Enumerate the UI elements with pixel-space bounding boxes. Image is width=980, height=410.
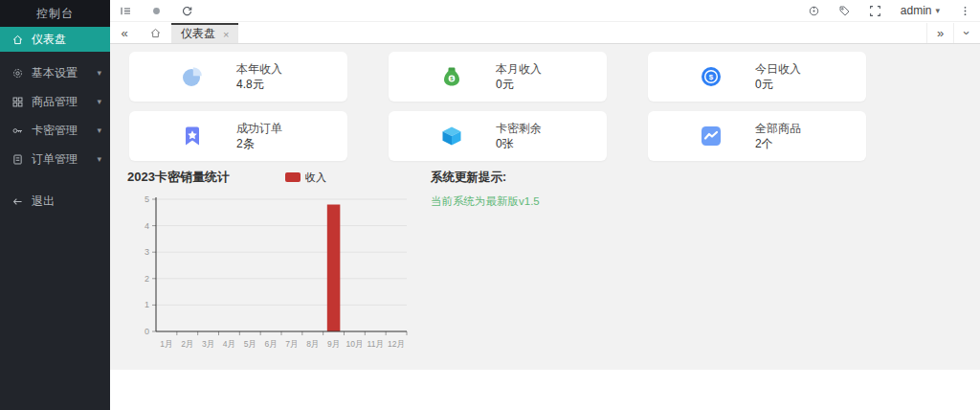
- svg-text:1月: 1月: [160, 339, 172, 349]
- sidebar-item-label: 卡密管理: [32, 123, 78, 139]
- tab-operations-button[interactable]: ›: [953, 23, 980, 43]
- legend-label: 收入: [305, 171, 326, 185]
- sidebar-item-label: 仪表盘: [32, 32, 66, 48]
- sidebar-menu: 仪表盘 基本设置 ▾ 商品管理 ▾ 卡密管理 ▾ 订单管理 ▾: [0, 27, 110, 216]
- svg-text:2月: 2月: [181, 339, 193, 349]
- coin-icon: $: [700, 65, 723, 88]
- grid-icon: [11, 96, 24, 108]
- stat-title: 成功订单: [236, 121, 296, 136]
- stat-value: 4.8元: [236, 77, 296, 92]
- svg-text:$: $: [709, 73, 714, 81]
- svg-text:3月: 3月: [202, 339, 214, 349]
- system-notice: 系统更新提示: 当前系统为最新版v1.5: [431, 169, 540, 360]
- lower-section: 2023卡密销量统计 收入 0123451月2月3月4月5月6月7月8月9月10…: [110, 169, 980, 360]
- chevron-double-left-icon: «: [121, 26, 127, 40]
- svg-text:7月: 7月: [285, 339, 298, 349]
- stat-card-year-income: 本年收入 4.8元: [129, 52, 347, 102]
- chart-legend[interactable]: 收入: [285, 171, 326, 185]
- stat-card-month-income: $ 本月收入 0元: [389, 52, 607, 102]
- tab-bar: « 仪表盘 × » ›: [110, 23, 980, 44]
- arrow-left-icon: [11, 195, 24, 208]
- stat-value: 2条: [236, 136, 296, 151]
- fullscreen-button[interactable]: [860, 0, 891, 22]
- home-icon: [149, 27, 162, 39]
- chart-title: 2023卡密销量统计: [127, 169, 230, 186]
- svg-text:2: 2: [145, 274, 149, 284]
- sidebar-item-label: 基本设置: [32, 65, 78, 81]
- chevron-down-icon: ›: [960, 31, 974, 34]
- main-content: 本年收入 4.8元 $ 本月收入 0元 $ 今日收入 0: [110, 44, 980, 410]
- svg-text:0: 0: [145, 327, 149, 336]
- stat-value: 0元: [496, 77, 555, 92]
- caret-down-icon: ▾: [97, 68, 101, 78]
- tab-bar-controls: » ›: [926, 23, 980, 43]
- sidebar-item-product-management[interactable]: 商品管理 ▾: [0, 87, 110, 116]
- trend-chart-icon: [700, 125, 723, 148]
- sidebar-item-card-key-management[interactable]: 卡密管理 ▾: [0, 116, 110, 145]
- sales-bar-chart: 0123451月2月3月4月5月6月7月8月9月10月11月12月: [127, 190, 414, 360]
- header-toolbar: admin ▾: [110, 0, 980, 22]
- caret-down-icon: ▾: [935, 6, 940, 15]
- tab-dashboard[interactable]: 仪表盘 ×: [171, 23, 238, 43]
- svg-text:6月: 6月: [264, 339, 277, 349]
- stat-title: 全部商品: [755, 121, 814, 136]
- svg-text:1: 1: [145, 300, 149, 309]
- notice-title: 系统更新提示:: [431, 170, 540, 186]
- stat-title: 本年收入: [236, 61, 296, 77]
- username: admin: [901, 4, 932, 17]
- collapse-menu-button[interactable]: [110, 0, 141, 22]
- more-vertical-icon: [959, 5, 971, 17]
- refresh-icon: [181, 5, 193, 17]
- sidebar-item-label: 退出: [32, 194, 55, 210]
- sales-chart-section: 2023卡密销量统计 收入 0123451月2月3月4月5月6月7月8月9月10…: [127, 169, 414, 360]
- tag-button[interactable]: [830, 0, 860, 22]
- sidebar-item-logout[interactable]: 退出: [0, 187, 110, 216]
- theme-button[interactable]: [799, 0, 830, 22]
- scroll-tabs-right-button[interactable]: »: [926, 23, 953, 43]
- gauge-icon: [808, 5, 820, 17]
- svg-text:4月: 4月: [223, 339, 235, 349]
- notice-message[interactable]: 当前系统为最新版v1.5: [431, 194, 540, 209]
- tab-label: 仪表盘: [181, 26, 215, 42]
- stat-card-success-orders: 成功订单 2条: [129, 111, 347, 161]
- svg-text:3: 3: [145, 247, 149, 257]
- bookmark-star-icon: [181, 125, 204, 148]
- stat-title: 今日收入: [755, 61, 814, 77]
- svg-text:5月: 5月: [244, 339, 256, 349]
- money-bag-icon: $: [440, 65, 463, 88]
- sidebar: 控制台 仪表盘 基本设置 ▾ 商品管理 ▾ 卡密管理 ▾: [0, 0, 110, 410]
- svg-text:5: 5: [145, 194, 149, 204]
- svg-text:11月: 11月: [368, 339, 384, 349]
- stat-title: 卡密剩余: [496, 121, 555, 136]
- stat-value: 0元: [755, 77, 814, 92]
- svg-text:10月: 10月: [345, 339, 363, 349]
- chevron-double-right-icon: »: [937, 26, 944, 40]
- home-tab[interactable]: [139, 23, 171, 43]
- stat-value: 2个: [755, 136, 814, 151]
- more-menu-button[interactable]: [949, 0, 980, 22]
- sidebar-item-order-management[interactable]: 订单管理 ▾: [0, 145, 110, 173]
- close-tab-icon[interactable]: ×: [223, 29, 229, 40]
- sidebar-item-basic-settings[interactable]: 基本设置 ▾: [0, 58, 110, 87]
- stat-card-all-products: 全部商品 2个: [648, 111, 866, 161]
- home-icon: [11, 34, 24, 46]
- stat-card-remaining-keys: 卡密剩余 0张: [389, 111, 607, 161]
- legend-swatch: [285, 172, 301, 182]
- dot-circle-icon: [150, 5, 163, 17]
- sidebar-item-label: 商品管理: [32, 94, 78, 110]
- stat-title: 本月收入: [496, 61, 555, 77]
- user-menu[interactable]: admin ▾: [891, 4, 949, 17]
- sidebar-item-label: 订单管理: [32, 151, 78, 168]
- caret-down-icon: ▾: [97, 97, 101, 106]
- refresh-button[interactable]: [171, 0, 202, 22]
- app-title: 控制台: [0, 0, 110, 27]
- key-icon: [11, 125, 24, 137]
- scroll-tabs-left-button[interactable]: «: [110, 23, 139, 43]
- clear-cache-button[interactable]: [141, 0, 171, 22]
- stat-card-today-income: $ 今日收入 0元: [648, 52, 866, 102]
- svg-text:4: 4: [145, 221, 149, 231]
- svg-text:9月: 9月: [327, 339, 340, 349]
- stat-value: 0张: [496, 136, 555, 151]
- sidebar-item-dashboard[interactable]: 仪表盘: [0, 27, 110, 52]
- caret-down-icon: ▾: [97, 154, 101, 164]
